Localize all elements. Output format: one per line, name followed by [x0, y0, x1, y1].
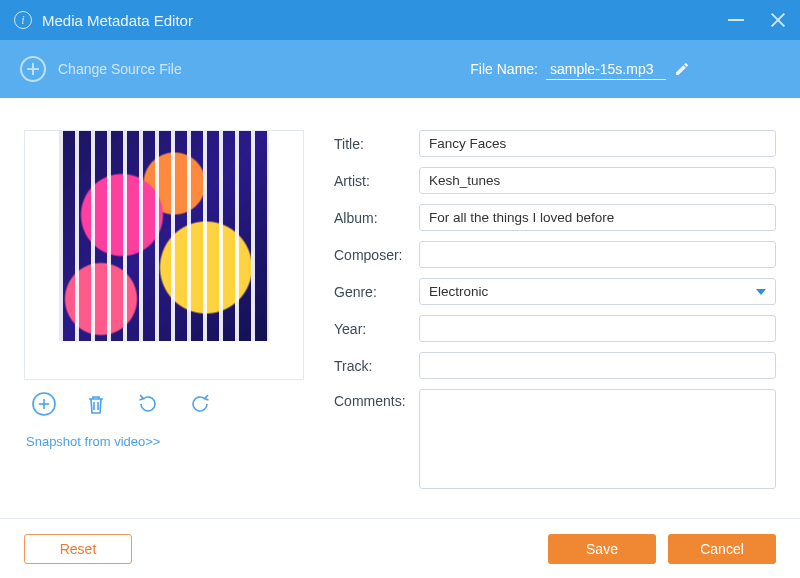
album-art: [59, 131, 269, 341]
reset-button[interactable]: Reset: [24, 534, 132, 564]
title-label: Title:: [334, 136, 419, 152]
composer-input[interactable]: [419, 241, 776, 268]
rotate-left-button[interactable]: [134, 390, 162, 418]
track-label: Track:: [334, 358, 419, 374]
year-input[interactable]: [419, 315, 776, 342]
genre-value: Electronic: [429, 284, 488, 299]
chevron-down-icon: [756, 289, 766, 295]
file-name-label: File Name:: [470, 61, 538, 77]
add-source-icon[interactable]: [20, 56, 46, 82]
rotate-right-button[interactable]: [186, 390, 214, 418]
genre-label: Genre:: [334, 284, 419, 300]
album-input[interactable]: [419, 204, 776, 231]
close-icon[interactable]: [770, 12, 786, 28]
artwork-frame: [24, 130, 304, 380]
file-name-block: File Name: sample-15s.mp3: [470, 59, 780, 80]
footer: Reset Save Cancel: [0, 518, 800, 578]
main-content: Snapshot from video>> Title: Artist: Alb…: [0, 98, 800, 518]
title-input[interactable]: [419, 130, 776, 157]
artist-label: Artist:: [334, 173, 419, 189]
artwork-controls: [24, 380, 304, 424]
delete-artwork-button[interactable]: [82, 390, 110, 418]
add-artwork-button[interactable]: [30, 390, 58, 418]
title-bar: i Media Metadata Editor: [0, 0, 800, 40]
album-label: Album:: [334, 210, 419, 226]
minimize-icon[interactable]: [728, 19, 744, 21]
edit-icon[interactable]: [674, 61, 690, 77]
snapshot-link[interactable]: Snapshot from video>>: [24, 424, 162, 459]
year-label: Year:: [334, 321, 419, 337]
toolbar: Change Source File File Name: sample-15s…: [0, 40, 800, 98]
info-icon: i: [14, 11, 32, 29]
genre-select[interactable]: Electronic: [419, 278, 776, 305]
file-name-value[interactable]: sample-15s.mp3: [546, 59, 666, 80]
artist-input[interactable]: [419, 167, 776, 194]
artwork-panel: Snapshot from video>>: [24, 130, 304, 508]
composer-label: Composer:: [334, 247, 419, 263]
window-controls: [728, 12, 786, 28]
window-title: Media Metadata Editor: [42, 12, 193, 29]
cancel-button[interactable]: Cancel: [668, 534, 776, 564]
metadata-form: Title: Artist: Album: Composer: Genre: E…: [334, 130, 776, 508]
comments-input[interactable]: [419, 389, 776, 489]
track-input[interactable]: [419, 352, 776, 379]
save-button[interactable]: Save: [548, 534, 656, 564]
comments-label: Comments:: [334, 389, 419, 409]
change-source-button[interactable]: Change Source File: [58, 61, 182, 77]
